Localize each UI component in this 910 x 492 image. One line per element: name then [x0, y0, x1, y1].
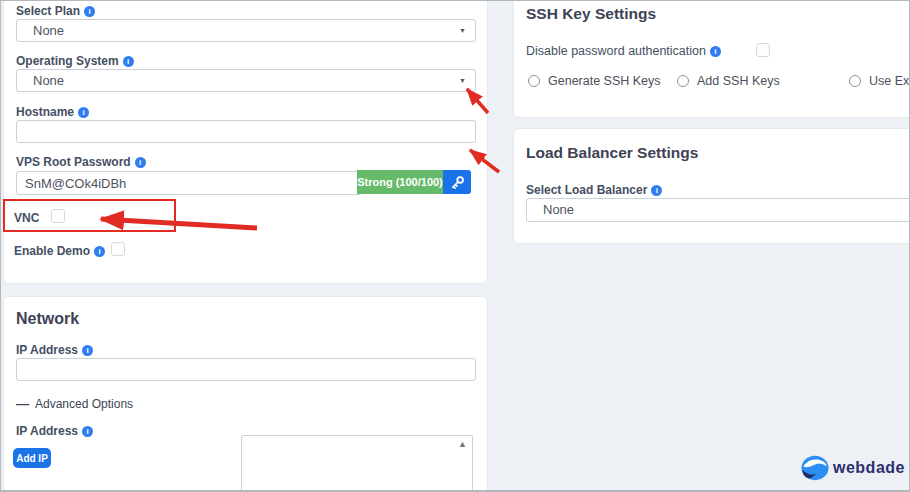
ip-address-2-label-text: IP Address — [16, 424, 78, 438]
radio-use-existing[interactable]: Use Existing — [849, 74, 910, 88]
collapse-minus-icon: — — [16, 396, 29, 411]
vps-root-password-input[interactable] — [16, 171, 360, 195]
info-icon[interactable] — [82, 345, 93, 356]
load-balancer-select[interactable]: None — [526, 198, 910, 222]
enable-demo-label-text: Enable Demo — [14, 244, 90, 258]
plan-select[interactable]: None — [16, 19, 476, 42]
webdade-logo-icon — [800, 454, 830, 482]
scroll-up-icon[interactable] — [458, 439, 467, 449]
select-plan-label-text: Select Plan — [16, 4, 80, 18]
vps-settings-card: Select Plan None Operating System None H… — [3, 0, 488, 284]
hostname-label: Hostname — [16, 105, 89, 119]
webdade-logo: webdade — [800, 454, 905, 482]
ip-address-2-label: IP Address — [16, 424, 93, 438]
key-icon — [450, 175, 465, 190]
operating-system-label: Operating System — [16, 54, 134, 68]
operating-system-select[interactable]: None — [16, 69, 476, 92]
plan-select-value: None — [33, 23, 64, 38]
vps-root-password-label-text: VPS Root Password — [16, 155, 131, 169]
add-ip-button[interactable]: Add IP — [13, 448, 51, 468]
ssh-key-settings-heading: SSH Key Settings — [526, 5, 656, 23]
hostname-label-text: Hostname — [16, 105, 74, 119]
chevron-down-icon — [459, 20, 466, 41]
select-plan-label: Select Plan — [16, 4, 95, 18]
radio-circle-icon — [849, 75, 861, 87]
radio-label: Use Existing — [869, 74, 910, 88]
radio-circle-icon — [677, 75, 689, 87]
vnc-checkbox[interactable] — [51, 209, 65, 223]
enable-demo-label: Enable Demo — [14, 244, 105, 258]
webdade-logo-text: webdade — [833, 459, 905, 477]
network-heading: Network — [16, 310, 79, 328]
vps-create-screen: Select Plan None Operating System None H… — [0, 0, 910, 492]
operating-system-select-value: None — [33, 73, 64, 88]
disable-password-auth-label: Disable password authentication — [526, 44, 721, 58]
radio-label: Generate SSH Keys — [548, 74, 661, 88]
info-icon[interactable] — [651, 185, 662, 196]
info-icon[interactable] — [710, 46, 721, 57]
radio-label: Add SSH Keys — [697, 74, 780, 88]
ip-address-label: IP Address — [16, 343, 93, 357]
info-icon[interactable] — [82, 426, 93, 437]
vps-root-password-label: VPS Root Password — [16, 155, 146, 169]
radio-circle-icon — [528, 75, 540, 87]
info-icon[interactable] — [123, 56, 134, 67]
enable-demo-checkbox[interactable] — [111, 242, 125, 256]
operating-system-label-text: Operating System — [16, 54, 119, 68]
ip-listbox[interactable] — [241, 435, 473, 492]
info-icon[interactable] — [78, 107, 89, 118]
select-load-balancer-label-text: Select Load Balancer — [526, 183, 647, 197]
load-balancer-select-value: None — [543, 202, 574, 217]
radio-add-ssh-keys[interactable]: Add SSH Keys — [677, 74, 780, 88]
info-icon[interactable] — [135, 157, 146, 168]
select-load-balancer-label: Select Load Balancer — [526, 183, 662, 197]
ip-address-label-text: IP Address — [16, 343, 78, 357]
vnc-label-text: VNC — [14, 211, 39, 225]
disable-password-auth-label-text: Disable password authentication — [526, 44, 706, 58]
hostname-input[interactable] — [16, 120, 476, 143]
password-strength-badge: Strong (100/100) — [357, 170, 443, 194]
chevron-down-icon — [459, 70, 466, 91]
advanced-options-toggle[interactable]: — Advanced Options — [16, 396, 133, 411]
disable-password-auth-checkbox[interactable] — [756, 43, 770, 57]
vnc-label: VNC — [14, 211, 39, 225]
advanced-options-label: Advanced Options — [35, 397, 133, 411]
load-balancer-settings-heading: Load Balancer Settings — [526, 144, 698, 162]
info-icon[interactable] — [84, 6, 95, 17]
ip-address-input[interactable] — [16, 358, 476, 381]
generate-password-button[interactable] — [443, 170, 471, 194]
radio-generate-ssh-keys[interactable]: Generate SSH Keys — [528, 74, 661, 88]
info-icon[interactable] — [94, 246, 105, 257]
